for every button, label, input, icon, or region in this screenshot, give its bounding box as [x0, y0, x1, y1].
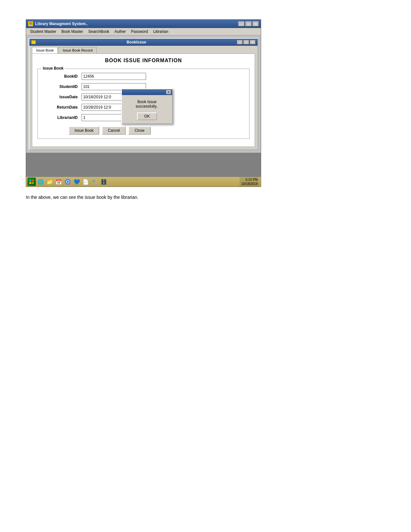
svg-rect-0	[29, 179, 31, 181]
menu-librarian[interactable]: Librarian	[151, 29, 171, 34]
modal-body: Book Issue successfully.. OK	[122, 95, 172, 123]
svg-rect-3	[32, 182, 34, 184]
inner-minimize-button[interactable]: –	[237, 40, 243, 44]
app-window: 📚 Library Managment System.. – □ ✕ Stude…	[26, 20, 261, 153]
menubar: Student Master Book Master SearchBook Au…	[26, 28, 261, 35]
section-box-label: Issue Book	[42, 66, 65, 71]
explorer-icon[interactable]: 📁	[45, 178, 54, 186]
tools-icon[interactable]: 🔧	[91, 178, 99, 186]
windows-icon	[29, 179, 34, 184]
svg-rect-1	[32, 179, 34, 181]
bookid-input[interactable]	[82, 73, 146, 80]
caption: In the above, we can see the issue book …	[26, 195, 385, 200]
issue-book-button[interactable]: Issue Book	[69, 126, 99, 135]
calendar-icon[interactable]: 📅	[54, 178, 63, 186]
section-title: BOOK ISSUE INFORMATION	[37, 58, 250, 63]
menu-password[interactable]: Password	[128, 29, 151, 34]
inner-close-button[interactable]: ✕	[250, 40, 256, 44]
app-icon: 📚	[28, 21, 33, 26]
inner-restore-button[interactable]: □	[243, 40, 249, 44]
database-icon[interactable]: 🗄️	[100, 178, 108, 186]
menu-search-book[interactable]: SearchBook	[86, 29, 112, 34]
studentid-label: StudentID	[43, 84, 82, 89]
issuedate-label: IssueDate	[43, 95, 82, 99]
tabs: Issue Book Issue Book Record	[29, 46, 258, 53]
cancel-button[interactable]: Cancel	[102, 126, 125, 135]
chrome-icon[interactable]	[64, 178, 72, 186]
close-app-button[interactable]: ✕	[252, 21, 259, 26]
modal-message: Book Issue successfully..	[126, 100, 168, 109]
svg-point-6	[67, 181, 69, 183]
app-title: Library Managment System..	[35, 22, 88, 26]
modal-titlebar: ✕	[122, 89, 172, 95]
book-issue-window: BookIssue – □ ✕ Issue Book Issue Book Re…	[29, 38, 258, 150]
bookid-row: BookID	[43, 73, 244, 80]
tab-issue-book[interactable]: Issue Book	[32, 47, 58, 53]
modal-close-button[interactable]: ✕	[166, 90, 171, 94]
inner-icon	[31, 40, 36, 44]
close-button[interactable]: Close	[128, 126, 151, 135]
modal-ok-button[interactable]: OK	[137, 112, 157, 120]
librarianid-label: LibrarianID	[43, 115, 82, 120]
button-row: Issue Book Cancel Close	[43, 126, 244, 135]
app-titlebar-controls: – □ ✕	[238, 21, 259, 26]
inner-titlebar: BookIssue – □ ✕	[29, 39, 258, 46]
minimize-button[interactable]: –	[238, 21, 245, 26]
modal-dialog: ✕ Book Issue successfully.. OK	[121, 89, 173, 124]
inner-window-title: BookIssue	[36, 40, 237, 44]
app-titlebar: 📚 Library Managment System.. – □ ✕	[26, 20, 261, 28]
word-icon[interactable]: 📄	[82, 178, 90, 186]
svg-rect-2	[29, 182, 31, 184]
menu-student-master[interactable]: Student Master	[27, 29, 59, 34]
taskbar-right: 5:10 PM 10/18/2019	[240, 177, 259, 187]
taskbar: 🌐 📁 📅 💙 📄 🔧 🗄️ 5:10 PM	[26, 177, 261, 187]
desktop: 📚 Library Managment System.. – □ ✕ Stude…	[26, 19, 261, 187]
vs-icon[interactable]: 💙	[73, 178, 81, 186]
ie-icon[interactable]: 🌐	[36, 178, 45, 186]
taskbar-time: 5:10 PM 10/18/2019	[241, 178, 258, 186]
returndate-label: ReturnDate	[43, 105, 82, 110]
inner-controls: – □ ✕	[237, 40, 256, 44]
start-button[interactable]	[27, 178, 36, 186]
app-titlebar-left: 📚 Library Managment System..	[28, 21, 88, 26]
menu-book-master[interactable]: Book Master	[59, 29, 85, 34]
taskbar-left: 🌐 📁 📅 💙 📄 🔧 🗄️	[27, 178, 108, 186]
tab-issue-book-record[interactable]: Issue Book Record	[58, 47, 97, 53]
restore-button[interactable]: □	[245, 21, 252, 26]
menu-auther[interactable]: Auther	[112, 29, 128, 34]
bookid-label: BookID	[43, 74, 82, 79]
